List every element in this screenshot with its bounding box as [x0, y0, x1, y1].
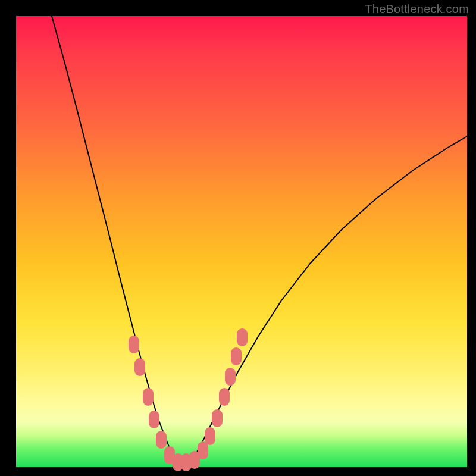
series-left-branch	[52, 16, 174, 456]
lozenge-marker	[225, 368, 236, 386]
curve-lines	[52, 16, 467, 462]
lozenge-marker	[134, 358, 145, 376]
outer-frame: TheBottleneck.com	[0, 0, 476, 476]
lozenge-marker	[149, 411, 159, 428]
series-right-branch	[195, 136, 467, 456]
lozenge-marker	[212, 409, 223, 427]
lozenge-marker	[219, 388, 230, 406]
lozenge-marker	[129, 336, 139, 353]
lozenge-marker	[156, 431, 167, 449]
marker-lozenges	[129, 328, 248, 471]
lozenge-marker	[198, 441, 208, 459]
lozenge-marker	[143, 388, 154, 406]
curve-layer	[16, 16, 467, 467]
lozenge-marker	[231, 347, 242, 365]
lozenge-marker	[205, 427, 215, 445]
watermark-text: TheBottleneck.com	[365, 2, 469, 16]
lozenge-marker	[237, 328, 248, 346]
